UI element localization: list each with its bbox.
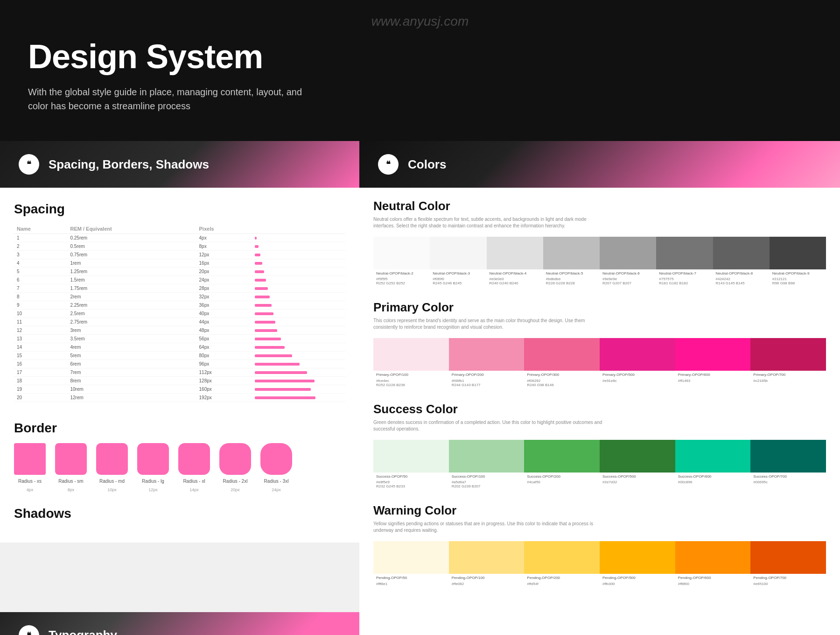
spacing-bar: [255, 245, 259, 248]
spacing-row: 6 1.5rem 24px: [14, 276, 345, 284]
swatch-block: [543, 237, 600, 269]
swatch-label: Neutral-OPOP/black-9: [770, 269, 826, 277]
spacing-name: 15: [14, 352, 67, 360]
swatch-label: Success-OPOP/50: [373, 473, 449, 480]
spacing-bar: [255, 270, 264, 273]
swatch-label: Neutral-OPOP/black-6: [600, 269, 656, 277]
border-box: [178, 443, 210, 475]
spacing-bar: [255, 380, 315, 382]
spacing-bar-cell: [252, 352, 345, 360]
swatch-label: Pending-OPOP/600: [675, 574, 751, 581]
swatch-block: [600, 541, 675, 574]
spacing-bar-cell: [252, 301, 345, 310]
swatch-hex: #e91e8c: [600, 379, 675, 385]
color-swatch-item: Pending-OPOP/600 #ff8f00: [675, 541, 751, 587]
border-swatch-item: Radius - xl 14px: [178, 443, 210, 492]
typography-column: ❝ Typography Nunito Download Font: https…: [0, 612, 359, 635]
spacing-row: 19 10rem 160px: [14, 385, 345, 394]
col-name: Name: [14, 224, 67, 234]
spacing-bar: [255, 304, 272, 307]
neutral-swatches: Neutral-OPOP/black-2 #f5f5f5R252 G252 B2…: [373, 237, 826, 287]
spacing-row: 4 1rem 16px: [14, 259, 345, 268]
swatch-hex: #f06292R240 G98 B146: [524, 379, 600, 389]
spacing-rem: 2.5rem: [67, 310, 196, 318]
swatch-label: Primary-OPOP/300: [524, 371, 600, 378]
color-swatch-item: Primary-OPOP/100 #fce4ecR252 G228 B236: [373, 338, 449, 388]
spacing-rem: 8rem: [67, 377, 196, 385]
swatch-block: [675, 541, 751, 574]
border-box: [137, 443, 169, 475]
swatch-block: [750, 541, 826, 574]
color-swatch-item: Success-OPOP/200 #4caf50: [524, 440, 600, 490]
swatch-label: Neutral-OPOP/black-8: [713, 269, 770, 277]
spacing-row: 17 7rem 112px: [14, 368, 345, 377]
swatch-block: [600, 338, 675, 371]
spacing-row: 15 5rem 80px: [14, 352, 345, 360]
border-swatch-item: Radius - 2xl 20px: [219, 443, 251, 492]
spacing-name: 7: [14, 284, 67, 293]
tab-typography[interactable]: ❝ Typography: [0, 612, 359, 635]
spacing-px: 80px: [196, 352, 252, 360]
swatch-label: Neutral-OPOP/black-5: [543, 269, 600, 277]
neutral-title: Neutral Color: [373, 199, 826, 213]
spacing-rem: 4rem: [67, 343, 196, 352]
spacing-row: 9 2.25rem 36px: [14, 301, 345, 310]
swatch-hex: #e65100: [750, 582, 826, 588]
spacing-row: 20 12rem 192px: [14, 394, 345, 402]
border-label: Radius - xl: [183, 479, 205, 484]
spacing-name: 1: [14, 234, 67, 242]
spacing-px: 16px: [196, 259, 252, 268]
spacing-px: 32px: [196, 293, 252, 301]
swatch-block: [770, 237, 826, 269]
spacing-name: 16: [14, 360, 67, 368]
spacing-row: 11 2.75rem 44px: [14, 318, 345, 326]
swatch-block: [600, 440, 675, 473]
spacing-rem: 5rem: [67, 352, 196, 360]
spacing-name: 13: [14, 335, 67, 343]
spacing-bar-cell: [252, 242, 345, 251]
border-label: Radius - md: [99, 479, 125, 484]
spacing-bar: [255, 254, 260, 256]
spacing-bar: [255, 388, 311, 391]
spacing-name: 18: [14, 377, 67, 385]
swatch-label: Neutral-OPOP/black-4: [487, 269, 543, 277]
border-swatch-item: Radius - md 10px: [96, 443, 128, 492]
spacing-row: 18 8rem 128px: [14, 377, 345, 385]
swatch-block: [373, 237, 430, 269]
color-swatch-item: Neutral-OPOP/black-8 #424242R143 G145 B1…: [713, 237, 770, 287]
page-title: Design System: [28, 37, 812, 76]
color-swatch-item: Primary-OPOP/700 #c2185b: [750, 338, 826, 388]
swatch-hex: #ffd54f: [524, 582, 600, 588]
color-swatch-item: Success-OPOP/500 #2e7d32: [600, 440, 675, 490]
col-px: Pixels: [196, 224, 252, 234]
spacing-px: 160px: [196, 385, 252, 394]
spacing-name: 12: [14, 326, 67, 335]
color-swatch-item: Neutral-OPOP/black-4 #e0e0e0R240 G240 B2…: [487, 237, 543, 287]
border-box: [55, 443, 87, 475]
spacing-name: 20: [14, 394, 67, 402]
color-swatch-item: Neutral-OPOP/black-2 #f5f5f5R252 G252 B2…: [373, 237, 430, 287]
spacing-bar: [255, 338, 281, 340]
hero-section: Design System With the global style guid…: [0, 0, 840, 141]
spacing-px: 36px: [196, 301, 252, 310]
spacing-bar-cell: [252, 360, 345, 368]
spacing-rem: 10rem: [67, 385, 196, 394]
spacing-bar: [255, 321, 275, 324]
tab-spacing[interactable]: ❝ Spacing, Borders, Shadows: [0, 141, 359, 188]
color-swatch-item: Neutral-OPOP/black-5 #bdbdbdR228 G228 B2…: [543, 237, 600, 287]
swatch-label: Primary-OPOP/500: [600, 371, 675, 378]
success-color-section: Success Color Green denotes success in c…: [373, 402, 826, 490]
swatch-hex: #212121R96 G98 B98: [770, 277, 826, 287]
spacing-name: 6: [14, 276, 67, 284]
spacing-bar-cell: [252, 276, 345, 284]
border-title: Border: [14, 421, 345, 436]
shadows-section: Shadows: [0, 501, 359, 543]
quote-icon-spacing: ❝: [19, 154, 39, 175]
tab-colors[interactable]: ❝ Colors: [359, 141, 840, 188]
success-desc: Green denotes success in confirmation of…: [373, 419, 607, 432]
spacing-name: 3: [14, 251, 67, 259]
border-value: 20px: [231, 487, 240, 492]
tab-colors-label: Colors: [408, 157, 446, 172]
spacing-rem: 3rem: [67, 326, 196, 335]
spacing-rem: 2rem: [67, 293, 196, 301]
